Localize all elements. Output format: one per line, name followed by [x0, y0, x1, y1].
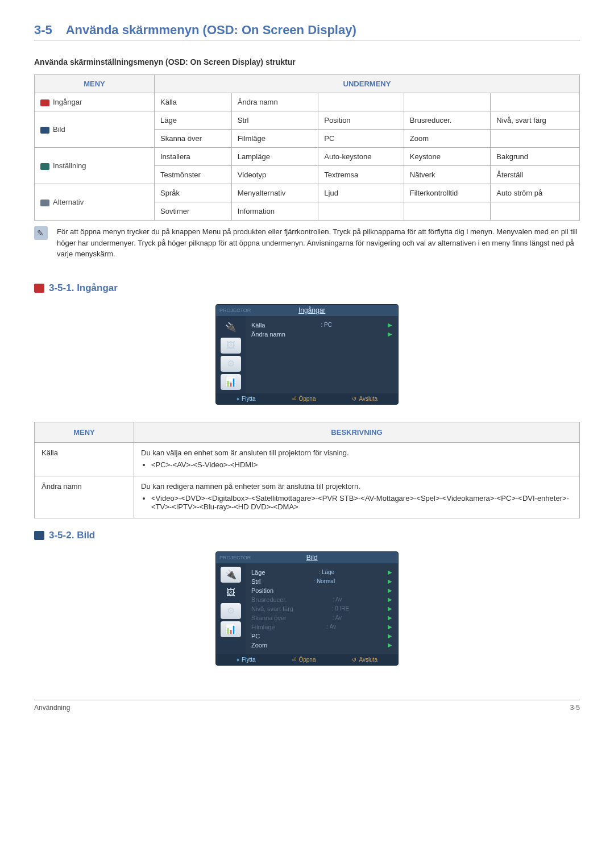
ingangar-desc-table: MENY BESKRIVNING Källa Du kan välja en e… [34, 422, 580, 518]
cell: Källa [155, 93, 232, 111]
osd-projector-label: PROJECTOR [216, 308, 254, 313]
cell: Ändra namn [231, 93, 318, 111]
osd-row[interactable]: Brusreducer.: Av▶ [251, 595, 392, 604]
osd-row-andra-namn[interactable]: Ändra namn ▶ [251, 330, 392, 339]
chevron-right-icon: ▶ [388, 605, 392, 612]
osd-row-label: Zoom [251, 642, 267, 649]
desc-row-label: Källa [35, 442, 134, 476]
return-icon: ↺ [352, 396, 356, 402]
cell: Menyalternativ [231, 184, 318, 202]
osd-tab-alternativ-icon[interactable]: 📊 [221, 374, 241, 390]
osd-hint-exit-label: Avsluta [359, 396, 377, 402]
osd-tab-ingangar-icon[interactable]: 🔌 [221, 319, 241, 335]
cell: Keystone [404, 148, 491, 166]
osd-hint-move-label: Flytta [242, 396, 255, 402]
th-beskrivning: BESKRIVNING [134, 422, 580, 442]
cell: Auto-keystone [318, 148, 404, 166]
osd-row-label: Ändra namn [251, 331, 285, 338]
cell: Information [231, 202, 318, 221]
osd-row-value: : PC [321, 322, 332, 328]
osd-hint-open: ⏎Öppna [292, 657, 316, 663]
osd-row-label: Position [251, 587, 273, 594]
chevron-right-icon: ▶ [388, 614, 392, 621]
osd-hint-move: ♦Flytta [237, 657, 256, 663]
osd-hint-exit: ↺Avsluta [352, 657, 377, 663]
cell [491, 93, 580, 111]
osd-main: Källa : PC ▶ Ändra namn ▶ [246, 316, 398, 393]
cell [491, 130, 580, 148]
cell: Filmläge [231, 130, 318, 148]
cell: Bakgrund [491, 148, 580, 166]
osd-tab-installning-icon[interactable]: ⚙ [221, 356, 241, 372]
osd-sidebar: 🔌 🖼 ⚙ 📊 [216, 316, 246, 393]
osd-hint-exit: ↺Avsluta [352, 396, 377, 402]
osd-row-label: Källa [251, 322, 265, 329]
desc-row-body: Du kan redigera namnen på enheter som är… [134, 476, 580, 518]
osd-bild: PROJECTOR Bild 🔌 🖼 ⚙ 📊 Läge: Läge▶Strl: … [215, 551, 399, 666]
osd-row-label: Nivå, svart färg [251, 605, 293, 612]
chevron-right-icon: ▶ [388, 642, 392, 648]
menu-ingangar: Ingångar [35, 93, 155, 111]
osd-row-value: : 0 IRE [332, 605, 350, 612]
osd-tab-installning-icon[interactable]: ⚙ [221, 603, 241, 619]
osd-tab-alternativ-icon[interactable]: 📊 [221, 621, 241, 637]
footer-right: 3-5 [570, 704, 580, 712]
osd-row[interactable]: PC▶ [251, 632, 392, 641]
menu-installning: Inställning [35, 148, 155, 184]
move-icon: ♦ [237, 657, 239, 663]
osd-row-value: : Av [333, 614, 342, 621]
cell [318, 202, 404, 221]
osd-footer: ♦Flytta ⏎Öppna ↺Avsluta [216, 654, 398, 665]
osd-row[interactable]: Skanna över: Av▶ [251, 613, 392, 622]
section-352-title: 3-5-2. Bild [49, 530, 95, 541]
section-number: 3-5 [34, 23, 52, 37]
cell: Videotyp [231, 166, 318, 184]
osd-footer: ♦Flytta ⏎Öppna ↺Avsluta [216, 393, 398, 404]
osd-row[interactable]: Filmläge: Av▶ [251, 622, 392, 632]
osd-row-label: Strl [251, 578, 261, 585]
note-text: För att öppna menyn trycker du på knappe… [57, 226, 580, 260]
menu-bild: Bild [35, 111, 155, 148]
cell: Nätverk [404, 166, 491, 184]
cell: Nivå, svart färg [491, 111, 580, 130]
cell [318, 93, 404, 111]
osd-row[interactable]: Nivå, svart färg: 0 IRE▶ [251, 604, 392, 613]
cell: Testmönster [155, 166, 232, 184]
chevron-right-icon: ▶ [388, 587, 392, 593]
osd-row-label: PC [251, 633, 260, 639]
installning-icon [40, 163, 49, 170]
osd-tab-ingangar-icon[interactable]: 🔌 [221, 567, 241, 583]
osd-hint-move-label: Flytta [242, 657, 255, 663]
osd-hint-exit-label: Avsluta [359, 657, 377, 663]
desc-row-text: Du kan redigera namnen på enheter som är… [141, 482, 572, 491]
osd-row-kalla[interactable]: Källa : PC ▶ [251, 321, 392, 330]
osd-ingangar: PROJECTOR Ingångar 🔌 🖼 ⚙ 📊 Källa : PC ▶ … [215, 304, 399, 405]
cell: Auto ström på [491, 184, 580, 202]
osd-row[interactable]: Läge: Läge▶ [251, 568, 392, 577]
osd-row[interactable]: Strl: Normal▶ [251, 577, 392, 586]
osd-tab-bild-icon[interactable]: 🖼 [221, 585, 241, 601]
section-title: Använda skärmmenyn (OSD: On Screen Displ… [66, 23, 356, 37]
osd-main: Läge: Läge▶Strl: Normal▶Position▶Brusred… [246, 563, 398, 654]
osd-projector-label: PROJECTOR [216, 555, 254, 560]
chevron-right-icon: ▶ [388, 578, 392, 584]
osd-hint-open: ⏎Öppna [292, 396, 316, 402]
osd-row[interactable]: Position▶ [251, 586, 392, 595]
chevron-right-icon: ▶ [388, 624, 392, 630]
return-icon: ↺ [352, 657, 356, 663]
enter-icon: ⏎ [292, 396, 296, 402]
osd-row-value: : Läge [318, 569, 334, 575]
enter-icon: ⏎ [292, 657, 296, 663]
th-meny: MENY [35, 75, 155, 93]
desc-row-body: Du kan välja en enhet som är ansluten ti… [134, 442, 580, 476]
cell [491, 202, 580, 221]
desc-row-label: Ändra namn [35, 476, 134, 518]
osd-title: Ingångar [254, 306, 370, 314]
osd-tab-bild-icon[interactable]: 🖼 [221, 338, 241, 354]
osd-title: Bild [254, 554, 370, 562]
move-icon: ♦ [237, 396, 239, 402]
cell: Språk [155, 184, 232, 202]
cell: Zoom [404, 130, 491, 148]
osd-row[interactable]: Zoom▶ [251, 641, 392, 650]
section-351-head: 3-5-1. Ingångar [34, 283, 580, 294]
